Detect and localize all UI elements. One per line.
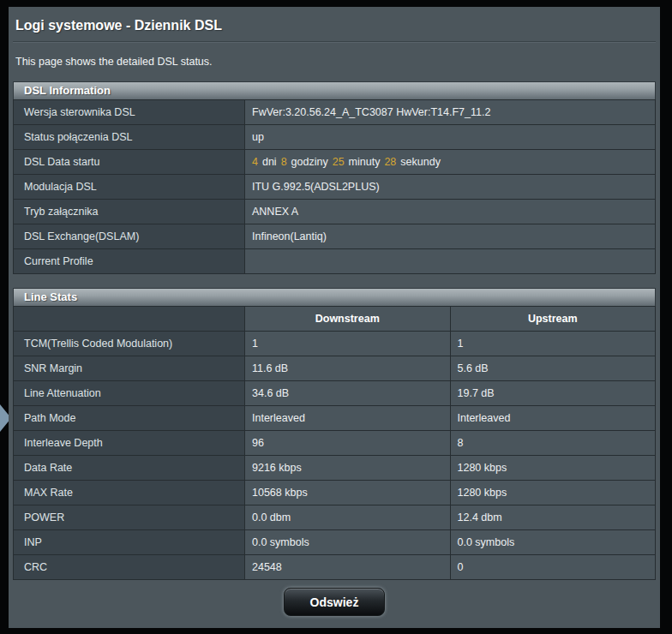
row-label: SNR Margin [14,356,245,381]
downstream-value: 10568 kbps [245,481,451,505]
downstream-value: Interleaved [245,406,451,431]
downstream-column-header: Downstream [245,307,451,332]
line-stats-section: Line Stats Downstream Upstream TCM(Trell… [13,288,656,580]
column-header-row: Downstream Upstream [14,307,656,332]
upstream-value: 0 [450,555,656,580]
page-title: Logi systemowe - Dziennik DSL [9,7,660,41]
uptime-days: 4 [252,156,258,168]
upstream-value: 12.4 dbm [450,505,656,530]
row-value: FwVer:3.20.56.24_A_TC3087 HwVer:T14.F7_1… [245,100,656,125]
table-row: TCM(Trellis Coded Modulation) 1 1 [14,332,656,356]
upstream-value: 1280 kbps [450,456,656,481]
downstream-value: 96 [245,431,451,456]
upstream-value: Interleaved [450,406,656,431]
table-row: DSL Exchange(DSLAM) Infineon(Lantiq) [14,224,656,249]
row-label: TCM(Trellis Coded Modulation) [14,332,245,356]
row-label: POWER [14,505,245,530]
downstream-value: 34.6 dB [245,381,451,406]
downstream-value: 0.0 symbols [245,530,451,555]
table-row: Status połączenia DSL up [14,125,656,150]
row-label: Status połączenia DSL [14,125,245,150]
row-label: Line Attenuation [14,381,245,406]
row-label: Wersja sterownika DSL [14,100,245,125]
row-label: MAX Rate [14,481,245,505]
button-row: Odswież [9,588,660,616]
downstream-value: 9216 kbps [245,456,451,481]
refresh-button[interactable]: Odswież [284,588,385,616]
dsl-information-header: DSL Information [13,81,656,99]
row-label: Tryb załącznika [14,200,245,224]
table-row: CRC 24548 0 [14,555,656,580]
upstream-value: 19.7 dB [450,381,656,406]
uptime-seconds-unit: sekundy [400,156,441,168]
screen: { "page": { "title": "Logi systemowe - D… [0,0,672,634]
table-row: INP 0.0 symbols 0.0 symbols [14,530,656,555]
row-value: ITU G.992.5(ADSL2PLUS) [245,175,656,200]
row-label: Interleave Depth [14,431,245,456]
content-panel: Logi systemowe - Dziennik DSL This page … [9,7,660,628]
uptime-minutes-unit: minuty [349,156,381,168]
row-label: INP [14,530,245,555]
uptime-seconds: 28 [384,156,396,168]
table-row: Line Attenuation 34.6 dB 19.7 dB [14,381,656,406]
row-label: DSL Exchange(DSLAM) [14,224,245,249]
table-row: POWER 0.0 dbm 12.4 dbm [14,505,656,530]
downstream-value: 0.0 dbm [245,505,451,530]
table-row: SNR Margin 11.6 dB 5.6 dB [14,356,656,381]
dsl-information-section: DSL Information Wersja sterownika DSL Fw… [13,81,656,274]
uptime-hours: 8 [281,156,287,168]
downstream-value: 24548 [245,555,451,580]
page-description: This page shows the detailed DSL status. [9,43,660,68]
row-value: ANNEX A [245,200,656,224]
upstream-value: 5.6 dB [450,356,656,381]
downstream-value: 1 [245,332,451,356]
dsl-uptime-value: 4dni8godziny25minuty28sekundy [245,150,656,175]
row-label: Modulacja DSL [14,175,245,200]
uptime-hours-unit: godziny [291,156,328,168]
table-row: Modulacja DSL ITU G.992.5(ADSL2PLUS) [14,175,656,200]
row-label: CRC [14,555,245,580]
line-stats-table: Downstream Upstream TCM(Trellis Coded Mo… [13,306,656,580]
row-value: Infineon(Lantiq) [245,224,656,249]
table-row: Path Mode Interleaved Interleaved [14,406,656,431]
upstream-value: 0.0 symbols [450,530,656,555]
uptime-minutes: 25 [333,156,345,168]
row-value [245,249,656,274]
line-stats-header: Line Stats [13,288,656,306]
dsl-information-table: Wersja sterownika DSL FwVer:3.20.56.24_A… [13,99,656,274]
upstream-value: 1 [450,332,656,356]
corner-cell [14,307,245,332]
row-label: Current Profile [14,249,245,274]
table-row: Data Rate 9216 kbps 1280 kbps [14,456,656,481]
downstream-value: 11.6 dB [245,356,451,381]
table-row: MAX Rate 10568 kbps 1280 kbps [14,481,656,505]
table-row: Interleave Depth 96 8 [14,431,656,456]
uptime-days-unit: dni [262,156,277,168]
table-row: Current Profile [14,249,656,274]
row-label: DSL Data startu [14,150,245,175]
table-row: Wersja sterownika DSL FwVer:3.20.56.24_A… [14,100,656,125]
upstream-value: 8 [450,431,656,456]
row-value: up [245,125,656,150]
table-row: Tryb załącznika ANNEX A [14,200,656,224]
row-label: Path Mode [14,406,245,431]
upstream-value: 1280 kbps [450,481,656,505]
row-label: Data Rate [14,456,245,481]
table-row: DSL Data startu 4dni8godziny25minuty28se… [14,150,656,175]
upstream-column-header: Upstream [450,307,656,332]
